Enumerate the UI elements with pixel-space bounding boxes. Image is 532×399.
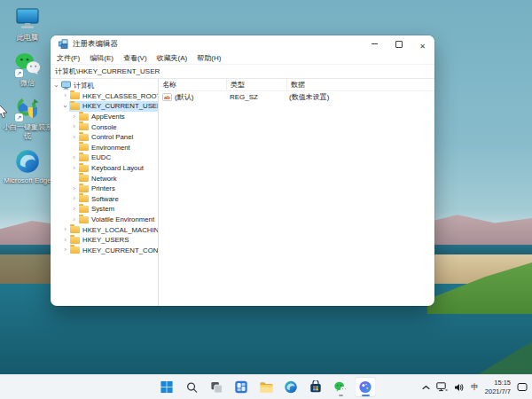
close-button[interactable] [411, 35, 434, 52]
tree-item-hkey-users[interactable]: HKEY_USERS [51, 235, 158, 246]
tree-item-body: HKEY_LOCAL_MACHINE [69, 224, 159, 235]
desktop-icon-0[interactable]: 此电脑 [3, 5, 52, 43]
tree-chevron-icon[interactable] [52, 82, 60, 90]
widgets-icon [235, 380, 248, 394]
tree-item-body: Console [78, 121, 120, 132]
tree-chevron-icon[interactable] [70, 195, 78, 202]
maximize-button[interactable] [387, 35, 411, 52]
tree-item-control-panel[interactable]: Control Panel [51, 132, 158, 143]
desktop-icon-2[interactable]: 小白一键重装系统 [3, 95, 52, 140]
taskbar-widgets-button[interactable] [231, 377, 253, 397]
tree-chevron-icon[interactable] [61, 92, 69, 99]
tree-chevron-icon[interactable] [70, 216, 78, 223]
tree-item-console[interactable]: Console [51, 121, 158, 132]
folder-icon [70, 92, 80, 99]
taskbar-task-view-button[interactable] [206, 377, 228, 397]
registry-editor-window: 注册表编辑器 文件(F)编辑(E)查看(V)收藏夹(A)帮助(H) 计算机\HK… [51, 35, 434, 306]
tree-item-volatile-environment[interactable]: Volatile Environment [51, 215, 158, 225]
desktop-icon-label: 微信 [20, 79, 35, 88]
menu-item-2[interactable]: 查看(V) [123, 53, 147, 63]
active-indicator [362, 395, 370, 396]
tree-chevron-icon[interactable] [70, 154, 78, 161]
taskbar-file-explorer-button[interactable] [255, 377, 278, 397]
tree-item-hkey-current-user[interactable]: HKEY_CURRENT_USER [51, 101, 158, 112]
tree-item-body: Environment [78, 143, 133, 153]
taskbar-xiaobai-button[interactable] [355, 377, 377, 397]
tree-item-body: Printers [78, 184, 118, 194]
column-header-1[interactable]: 类型 [227, 79, 287, 90]
tree-item-label: Control Panel [91, 133, 133, 141]
value-row[interactable]: ab(默认)REG_SZ(数值未设置) [159, 91, 434, 103]
tree-item-system[interactable]: System [51, 204, 158, 215]
tree-item-body: HKEY_CURRENT_CONFIG [69, 246, 159, 256]
folder-icon [79, 175, 89, 182]
column-header-2[interactable]: 数据 [287, 79, 434, 90]
title-bar[interactable]: 注册表编辑器 [51, 35, 434, 52]
tray-chevron-up-icon[interactable] [422, 385, 430, 390]
taskbar-store-button[interactable] [305, 377, 327, 397]
tree-item-hkey-current-config[interactable]: HKEY_CURRENT_CONFIG [51, 246, 158, 256]
tree-item-body: HKEY_CLASSES_ROOT [69, 91, 159, 102]
minimize-button[interactable] [363, 35, 387, 52]
menu-item-1[interactable]: 编辑(E) [90, 53, 113, 63]
maximize-icon [395, 41, 403, 48]
menu-item-3[interactable]: 收藏夹(A) [157, 53, 188, 63]
desktop-icon-label: Microsoft Edge [4, 176, 51, 185]
tree-item-label: HKEY_LOCAL_MACHINE [82, 226, 159, 234]
tree-item-body: 计算机 [60, 81, 97, 91]
value-list: 名称类型数据 ab(默认)REG_SZ(数值未设置) [159, 79, 434, 306]
tree-item-body: Software [78, 194, 121, 205]
tree-chevron-icon[interactable] [61, 246, 69, 254]
tree-item-hkey-classes-root[interactable]: HKEY_CLASSES_ROOT [51, 91, 158, 102]
xiaobai-desktop-icon [13, 95, 42, 121]
tree-item-network[interactable]: Network [51, 173, 158, 184]
shortcut-arrow-icon [15, 69, 23, 77]
value-name: (默认) [175, 92, 193, 102]
folder-icon [70, 226, 80, 233]
desktop-icon-1[interactable]: 微信 [3, 51, 52, 88]
menu-item-4[interactable]: 帮助(H) [197, 53, 221, 63]
tree-item-label: Network [91, 175, 117, 183]
tree-chevron-icon[interactable] [61, 237, 69, 244]
volume-icon[interactable] [454, 383, 465, 392]
tree-chevron-icon[interactable] [70, 185, 78, 192]
taskbar-wechat-button[interactable] [330, 377, 352, 397]
tree-chevron-icon[interactable] [61, 226, 69, 233]
desktop-icons: 此电脑微信小白一键重装系统Microsoft Edge [3, 5, 52, 193]
tree-chevron-icon[interactable] [70, 123, 78, 130]
tree-item--[interactable]: 计算机 [51, 81, 158, 91]
tree-item-keyboard-layout[interactable]: Keyboard Layout [51, 163, 158, 174]
ime-indicator[interactable]: 中 [471, 382, 479, 393]
menu-item-0[interactable]: 文件(F) [57, 53, 80, 63]
tree-chevron-icon[interactable] [61, 103, 69, 110]
tree-item-label: HKEY_CURRENT_USER [82, 102, 159, 110]
notification-center-icon[interactable] [517, 382, 528, 392]
clock[interactable]: 15:15 2021/7/7 [485, 379, 511, 395]
tree-item-label: 计算机 [74, 81, 94, 90]
tree-item-hkey-local-machine[interactable]: HKEY_LOCAL_MACHINE [51, 224, 158, 235]
value-type-cell: REG_SZ [226, 93, 286, 101]
taskbar-start-button[interactable] [156, 377, 178, 397]
tree-item-appevents[interactable]: AppEvents [51, 112, 158, 122]
desktop-icon-3[interactable]: Microsoft Edge [3, 148, 52, 185]
tree-item-environment[interactable]: Environment [51, 143, 158, 153]
tree-chevron-icon[interactable] [70, 134, 78, 141]
taskbar-search-button[interactable] [181, 377, 203, 397]
tree-item-printers[interactable]: Printers [51, 184, 158, 194]
column-header-0[interactable]: 名称 [159, 79, 227, 90]
desktop-icon-label: 小白一键重装系统 [3, 123, 52, 140]
network-icon[interactable] [436, 382, 448, 392]
tree-item-body: EUDC [78, 153, 113, 163]
tree-item-software[interactable]: Software [51, 194, 158, 205]
tree-item-body: Keyboard Layout [78, 163, 146, 174]
tray-date: 2021/7/7 [485, 387, 511, 395]
tree-chevron-icon[interactable] [70, 206, 78, 213]
address-bar[interactable]: 计算机\HKEY_CURRENT_USER [51, 65, 434, 79]
folder-icon [79, 195, 89, 202]
tree-item-eudc[interactable]: EUDC [51, 153, 158, 163]
tree-chevron-icon[interactable] [70, 113, 78, 121]
tree-chevron-icon[interactable] [70, 165, 78, 172]
tree-item-label: Volatile Environment [91, 215, 154, 223]
taskbar-edge-button[interactable] [280, 377, 302, 397]
search-icon [185, 381, 198, 394]
